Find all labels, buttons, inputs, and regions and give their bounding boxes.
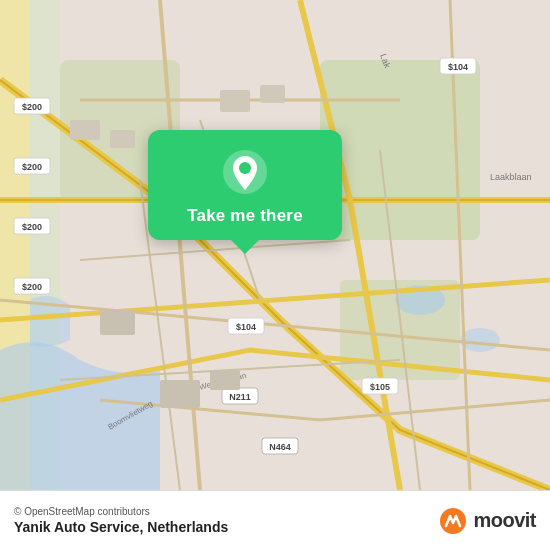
popup-card[interactable]: Take me there	[148, 130, 342, 240]
svg-rect-35	[210, 370, 240, 390]
location-pin-icon	[221, 148, 269, 196]
svg-text:$200: $200	[22, 162, 42, 172]
moovit-logo[interactable]: moovit	[439, 507, 536, 535]
svg-point-38	[239, 162, 251, 174]
map-container: $200 $200 $200 $200 $104 $104 $105 N211 …	[0, 0, 550, 490]
svg-text:N464: N464	[269, 442, 291, 452]
svg-rect-30	[70, 120, 100, 140]
moovit-icon	[439, 507, 467, 535]
svg-text:$104: $104	[236, 322, 256, 332]
svg-point-7	[460, 328, 500, 352]
osm-attribution: © OpenStreetMap contributors	[14, 506, 228, 517]
svg-text:$104: $104	[448, 62, 468, 72]
svg-text:$200: $200	[22, 282, 42, 292]
svg-text:N211: N211	[229, 392, 251, 402]
map-svg: $200 $200 $200 $200 $104 $104 $105 N211 …	[0, 0, 550, 490]
moovit-text: moovit	[473, 509, 536, 532]
svg-rect-36	[100, 310, 135, 335]
svg-rect-31	[110, 130, 135, 148]
footer: © OpenStreetMap contributors Yanik Auto …	[0, 490, 550, 550]
svg-text:$200: $200	[22, 222, 42, 232]
svg-rect-32	[220, 90, 250, 112]
location-name: Yanik Auto Service, Netherlands	[14, 519, 228, 535]
footer-left: © OpenStreetMap contributors Yanik Auto …	[14, 506, 228, 535]
popup-label: Take me there	[187, 206, 303, 226]
svg-text:$200: $200	[22, 102, 42, 112]
svg-rect-33	[260, 85, 285, 103]
svg-text:Laakblaan: Laakblaan	[490, 172, 532, 182]
svg-text:$105: $105	[370, 382, 390, 392]
svg-rect-34	[160, 380, 200, 408]
